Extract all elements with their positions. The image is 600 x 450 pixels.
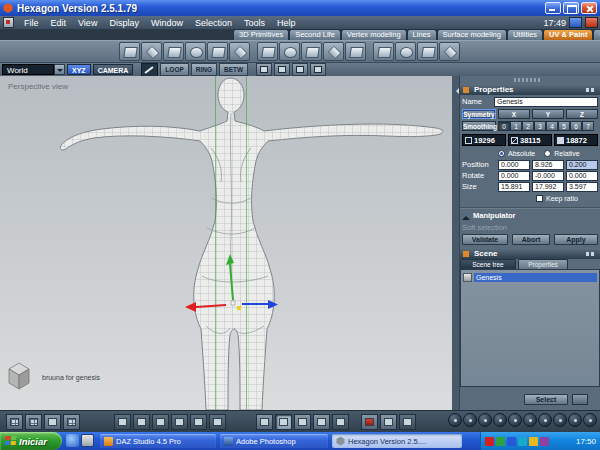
symmetry-button[interactable]: Symmetry xyxy=(462,109,496,119)
close-button[interactable] xyxy=(581,2,597,14)
fit-view-icon[interactable] xyxy=(493,413,507,427)
tab-utilities[interactable]: Utilities xyxy=(507,29,543,40)
scene-tree[interactable]: Genesis xyxy=(460,269,600,387)
scene-properties-tab[interactable]: Properties xyxy=(518,259,568,269)
view-top-icon[interactable] xyxy=(152,414,169,430)
select-tool-icon-3[interactable] xyxy=(292,63,308,76)
task-hexagon[interactable]: Hexagon Version 2.5.... xyxy=(332,434,462,448)
panel-collapse-strip[interactable] xyxy=(452,76,460,410)
tray-icon-1[interactable] xyxy=(485,437,494,446)
zoom-view-icon[interactable] xyxy=(478,413,492,427)
smoothing-level-7[interactable]: 7 xyxy=(582,121,594,131)
smoothing-button[interactable]: Smoothing xyxy=(462,121,496,131)
size-z-field[interactable]: 3.597 xyxy=(566,182,598,192)
tray-icon-4[interactable] xyxy=(518,437,527,446)
smoothing-level-1[interactable]: 1 xyxy=(510,121,522,131)
menu-help[interactable]: Help xyxy=(271,18,302,28)
uv-tool-button-6[interactable] xyxy=(229,42,250,61)
tab-uv-paint[interactable]: UV & Paint xyxy=(543,29,593,40)
position-z-field[interactable]: 0.200 xyxy=(566,160,598,170)
relative-radio[interactable] xyxy=(544,150,551,157)
shading-mode-icon[interactable] xyxy=(538,413,552,427)
soft-selection-icon[interactable] xyxy=(380,414,397,430)
view-single-icon[interactable] xyxy=(209,414,226,430)
selection-options-icon[interactable] xyxy=(572,394,588,405)
uv-tool-button-10[interactable] xyxy=(323,42,344,61)
lasso-select-icon[interactable] xyxy=(332,414,349,430)
rotate-view-icon[interactable] xyxy=(463,413,477,427)
perspective-viewport[interactable]: Perspective view bruuna for genesis xyxy=(0,76,452,410)
keep-ratio-checkbox[interactable] xyxy=(536,195,543,202)
tab-vertex-modeling[interactable]: Vertex modeling xyxy=(341,29,407,40)
position-x-field[interactable]: 0.000 xyxy=(498,160,530,170)
plane-toggle-icon[interactable] xyxy=(44,414,61,430)
uv-tool-button-7[interactable] xyxy=(257,42,278,61)
pan-view-icon[interactable] xyxy=(448,413,462,427)
uv-tool-button-13[interactable] xyxy=(395,42,416,61)
uv-tool-button-5[interactable] xyxy=(207,42,228,61)
symmetry-toggle-icon[interactable] xyxy=(399,414,416,430)
uv-tool-button-15[interactable] xyxy=(439,42,460,61)
soft-selection-section[interactable]: Soft selection xyxy=(462,223,507,232)
light-toggle-icon[interactable] xyxy=(523,413,537,427)
gizmo-x-arrowhead[interactable] xyxy=(185,302,196,312)
tray-icon-6[interactable] xyxy=(540,437,549,446)
tab-3d-primitives[interactable]: 3D Primitives xyxy=(233,29,289,40)
snap-grid-icon[interactable] xyxy=(25,414,42,430)
size-y-field[interactable]: 17.992 xyxy=(532,182,564,192)
select-edge-icon[interactable] xyxy=(275,414,292,430)
task-daz-studio[interactable]: DAZ Studio 4.5 Pro xyxy=(100,434,216,448)
quick-launch-icon-2[interactable] xyxy=(81,434,94,447)
uv-tool-button-9[interactable] xyxy=(301,42,322,61)
select-button[interactable]: Select xyxy=(524,394,568,405)
uv-tool-button-8[interactable] xyxy=(279,42,300,61)
tab-lines[interactable]: Lines xyxy=(407,29,437,40)
camera-view-icon[interactable] xyxy=(508,413,522,427)
menu-file[interactable]: File xyxy=(18,18,45,28)
scene-item-label[interactable]: Genesis xyxy=(474,273,597,282)
select-tool-icon-4[interactable] xyxy=(310,63,326,76)
menu-tools[interactable]: Tools xyxy=(238,18,271,28)
rotate-x-field[interactable]: 0.000 xyxy=(498,171,530,181)
menu-view[interactable]: View xyxy=(72,18,103,28)
uv-tool-button-3[interactable] xyxy=(163,42,184,61)
smoothing-level-3[interactable]: 3 xyxy=(534,121,546,131)
select-vertex-icon[interactable] xyxy=(256,414,273,430)
scene-tree-item-genesis[interactable]: Genesis xyxy=(463,272,597,282)
axis-x-header[interactable]: X xyxy=(498,109,530,119)
smoothing-level-6[interactable]: 6 xyxy=(570,121,582,131)
menu-edit[interactable]: Edit xyxy=(45,18,73,28)
fullscreen-view-icon[interactable] xyxy=(583,413,597,427)
tab-surface-modeling[interactable]: Surface modeling xyxy=(437,29,507,40)
apply-button[interactable]: Apply xyxy=(554,234,598,245)
uv-tool-button-1[interactable] xyxy=(119,42,140,61)
validate-button[interactable]: Validate xyxy=(462,234,508,245)
minimize-button[interactable] xyxy=(545,2,561,14)
mesh-canvas[interactable] xyxy=(0,76,452,410)
name-field[interactable]: Genesis xyxy=(494,97,598,107)
working-space-select[interactable]: World xyxy=(2,64,54,75)
tray-icon-3[interactable] xyxy=(507,437,516,446)
magnet-snap-icon[interactable] xyxy=(361,414,378,430)
ghost-mode-icon[interactable] xyxy=(568,413,582,427)
grid-toggle-icon[interactable] xyxy=(6,414,23,430)
axis-y-header[interactable]: Y xyxy=(532,109,564,119)
texture-toggle-icon[interactable] xyxy=(553,413,567,427)
size-x-field[interactable]: 15.891 xyxy=(498,182,530,192)
menu-display[interactable]: Display xyxy=(103,18,145,28)
gizmo-plane-handle[interactable] xyxy=(237,306,241,310)
uv-tool-button-12[interactable] xyxy=(373,42,394,61)
tab-customize[interactable]: Cust xyxy=(593,29,600,40)
scene-header[interactable]: Scene xyxy=(460,248,600,259)
select-object-icon[interactable] xyxy=(313,414,330,430)
select-face-icon[interactable] xyxy=(294,414,311,430)
tray-icon-5[interactable] xyxy=(529,437,538,446)
genesis-figure-mesh[interactable] xyxy=(60,78,442,410)
smoothing-level-4[interactable]: 4 xyxy=(546,121,558,131)
absolute-radio[interactable] xyxy=(498,150,505,157)
task-photoshop[interactable]: Adobe Photoshop xyxy=(220,434,328,448)
view-perspective-icon[interactable] xyxy=(171,414,188,430)
uv-tool-button-11[interactable] xyxy=(345,42,366,61)
position-y-field[interactable]: 8.926 xyxy=(532,160,564,170)
axis-z-header[interactable]: Z xyxy=(566,109,598,119)
